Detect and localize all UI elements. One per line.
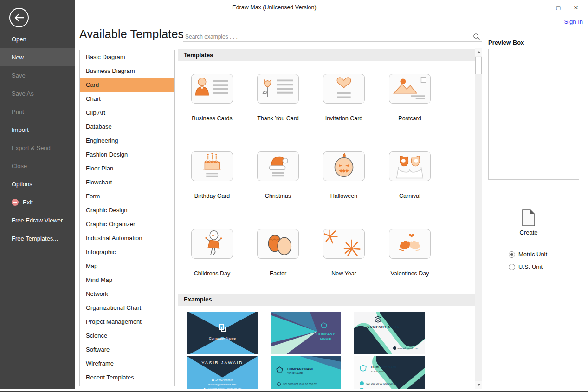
easter-icon [258, 229, 298, 259]
template-halloween[interactable]: Halloween [311, 151, 377, 199]
template-label: Halloween [311, 193, 377, 199]
sidebar-item-exit[interactable]: Exit [0, 193, 75, 211]
close-button[interactable]: ✕ [567, 0, 585, 14]
example-card-bowtie-front[interactable]: Company Name [187, 312, 258, 354]
preview-box [488, 49, 579, 180]
sidebar-item-free-edraw-viewer[interactable]: Free Edraw Viewer [0, 211, 75, 229]
postcard-icon [389, 74, 430, 104]
template-invitation-card[interactable]: Invitation Card [311, 74, 377, 122]
category-business-diagram[interactable]: Business Diagram [80, 64, 174, 78]
example-card-bowtie-back[interactable]: YASIR JAWAID ☎ +1234 5678912 ✉ sales@edr… [187, 356, 258, 389]
company-logo-icon [360, 365, 367, 372]
template-thank-you-card[interactable]: Thank You Card [245, 74, 311, 122]
category-engineering[interactable]: Engineering [80, 134, 174, 148]
category-graphic-design[interactable]: Graphic Design [80, 203, 174, 217]
thank-you-card-icon [258, 74, 298, 104]
examples-section-header: Examples [178, 294, 475, 306]
sidebar-item-close[interactable]: Close [0, 157, 75, 175]
company-name: COMPANY NAME [371, 366, 398, 369]
template-birthday-card[interactable]: Birthday Card [179, 151, 245, 199]
category-wireframe[interactable]: Wireframe [80, 357, 174, 371]
template-label: Postcard [377, 115, 443, 122]
template-valentines-day[interactable]: Valentines Day [377, 229, 443, 277]
sidebar-item-export-send[interactable]: Export & Send [0, 139, 75, 157]
sidebar-item-print[interactable]: Print [0, 103, 75, 121]
category-industrial-automation[interactable]: Industrial Automation [80, 231, 174, 245]
category-form[interactable]: Form [80, 189, 174, 203]
category-map[interactable]: Map [80, 259, 174, 273]
category-mind-map[interactable]: Mind Map [80, 273, 174, 287]
create-button[interactable]: Create [510, 204, 547, 241]
category-project-management[interactable]: Project Management [80, 315, 174, 329]
carnival-icon [389, 151, 430, 181]
example-card-geometric-front[interactable]: COMPANY NAME [271, 312, 341, 354]
contact-line: ☎ +1234 5678912 [187, 379, 258, 383]
person-name: YASIR JAWAID [187, 360, 258, 365]
category-network[interactable]: Network [80, 287, 174, 301]
templates-section-header: Templates [178, 49, 475, 61]
search-input[interactable] [185, 32, 468, 41]
category-recent-templates[interactable]: Recent Templates [80, 371, 174, 385]
scroll-down-button[interactable] [475, 381, 482, 389]
example-card-geometric-back[interactable]: COMPANY NAME YOUR NAME (00) 0000 001 (0 … [271, 356, 341, 389]
category-flowchart[interactable]: Flowchart [80, 176, 174, 189]
category-database[interactable]: Database [80, 120, 174, 134]
template-business-cards[interactable]: Business Cards [179, 74, 245, 122]
example-card-rounded-back[interactable]: COMPANY NAME YOUR NAME (00) 000 00 00 (0… [354, 356, 425, 389]
back-button[interactable] [9, 8, 29, 27]
file-menu-sidebar: Open New Save Save As Print Import Expor… [0, 0, 75, 389]
category-science[interactable]: Science [80, 329, 174, 343]
sidebar-item-import[interactable]: Import [0, 121, 75, 139]
mail-icon [360, 388, 364, 389]
scrollbar-thumb[interactable] [475, 57, 482, 74]
sidebar-item-free-templates[interactable]: Free Templates... [0, 229, 75, 248]
phone-icon [360, 381, 364, 385]
sign-in-link[interactable]: Sign In [564, 18, 583, 25]
template-easter[interactable]: Easter [245, 229, 311, 277]
app-window: Edraw Max (Unlicensed Version) – ▢ ✕ Sig… [0, 0, 588, 392]
template-label: Christmas [245, 193, 311, 199]
sidebar-item-save[interactable]: Save [0, 66, 75, 85]
birthday-card-icon [192, 151, 233, 181]
category-chart[interactable]: Chart [80, 92, 174, 106]
contact-line: (00) 0000 001 (0 0) 00 000 02 [277, 382, 317, 386]
category-fashion-design[interactable]: Fashion Design [80, 148, 174, 162]
metric-unit-radio[interactable]: Metric Unit [509, 251, 547, 258]
company-website: www.edrawsoft.com [393, 346, 418, 350]
category-graphic-organizer[interactable]: Graphic Organizer [80, 217, 174, 231]
category-basic-diagram[interactable]: Basic Diagram [80, 50, 174, 64]
person-name: YOUR NAME [287, 372, 303, 375]
template-postcard[interactable]: Postcard [377, 74, 443, 122]
create-button-label: Create [519, 229, 537, 236]
template-christmas[interactable]: Christmas [245, 151, 311, 199]
category-infographic[interactable]: Infographic [80, 245, 174, 259]
category-software[interactable]: Software [80, 343, 174, 357]
template-label: Birthday Card [179, 193, 245, 199]
contact-line: ✉ sales@edrawsoft.com [187, 383, 258, 387]
sidebar-item-new[interactable]: New [0, 48, 75, 66]
template-label: Easter [245, 270, 311, 277]
maximize-button[interactable]: ▢ [549, 0, 567, 14]
category-organizational-chart[interactable]: Organizational Chart [80, 301, 174, 315]
templates-scrollbar[interactable] [475, 48, 482, 389]
new-year-icon [323, 229, 364, 259]
us-unit-radio[interactable]: U.S. Unit [509, 263, 543, 270]
category-card[interactable]: Card [80, 78, 174, 92]
template-carnival[interactable]: Carnival [377, 151, 443, 199]
company-name: Company Name [187, 336, 258, 340]
example-card-rounded-front[interactable]: COMPANY NAME www.edrawsoft.com [354, 312, 425, 354]
template-label: Business Cards [179, 115, 245, 122]
arrow-up-icon [477, 51, 481, 53]
minimize-button[interactable]: – [532, 0, 549, 14]
window-title: Edraw Max (Unlicensed Version) [75, 0, 474, 14]
preview-box-label: Preview Box [488, 39, 524, 46]
category-floor-plan[interactable]: Floor Plan [80, 162, 174, 176]
sidebar-item-save-as[interactable]: Save As [0, 85, 75, 103]
template-new-year[interactable]: New Year [311, 229, 377, 277]
sidebar-item-open[interactable]: Open [0, 30, 75, 48]
scroll-up-button[interactable] [475, 48, 482, 56]
template-childrens-day[interactable]: Childrens Day [179, 229, 245, 277]
search-icon[interactable] [473, 33, 480, 40]
category-clip-art[interactable]: Clip Art [80, 106, 174, 120]
sidebar-item-options[interactable]: Options [0, 175, 75, 193]
